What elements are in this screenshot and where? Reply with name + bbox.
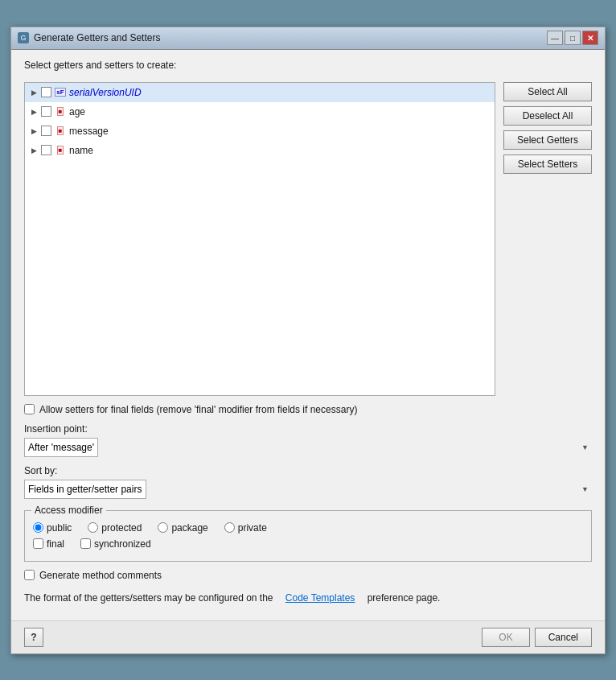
radio-private: private xyxy=(224,522,267,534)
deselect-all-button[interactable]: Deselect All xyxy=(503,106,592,126)
footer-text-after: preference page. xyxy=(368,592,441,604)
radio-protected: protected xyxy=(88,522,142,534)
generate-comments-checkbox[interactable] xyxy=(24,570,35,580)
allow-setters-checkbox[interactable] xyxy=(24,404,35,414)
dialog-icon: G xyxy=(18,32,29,43)
code-templates-link[interactable]: Code Templates xyxy=(285,592,355,604)
tree-label-name: name xyxy=(69,145,93,156)
tree-checkbox-serialVersionUID[interactable] xyxy=(41,87,51,97)
radio-private-label: private xyxy=(238,522,267,534)
generate-getters-setters-dialog: G Generate Getters and Setters — □ ✕ Sel… xyxy=(10,27,606,654)
access-modifier-label: Access modifier xyxy=(31,505,106,516)
tree-arrow-serialVersionUID: ▶ xyxy=(28,87,39,98)
tree-item-message[interactable]: ▶ ■ message xyxy=(25,122,495,141)
maximize-button[interactable]: □ xyxy=(565,31,581,45)
tree-panel: ▶ sF serialVersionUID ▶ ■ age xyxy=(24,82,495,396)
select-setters-button[interactable]: Select Setters xyxy=(503,155,592,174)
select-getters-button[interactable]: Select Getters xyxy=(503,130,592,150)
tree-icon-age: ■ xyxy=(55,106,66,117)
generate-comments-label: Generate method comments xyxy=(39,570,162,581)
sort-by-section: Sort by: Fields in getter/setter pairs xyxy=(24,465,592,499)
minimize-button[interactable]: — xyxy=(547,31,563,45)
radio-protected-label: protected xyxy=(101,522,142,534)
synchronized-label: synchronized xyxy=(94,538,151,550)
radio-package: package xyxy=(158,522,207,534)
tree-item-serialVersionUID[interactable]: ▶ sF serialVersionUID xyxy=(25,83,495,102)
tree-icon-serialVersionUID: sF xyxy=(55,87,66,98)
dialog-body: Select getters and setters to create: ▶ … xyxy=(11,50,605,620)
close-button[interactable]: ✕ xyxy=(582,31,598,45)
radio-public-input[interactable] xyxy=(33,522,43,533)
radio-row-main: public protected package private xyxy=(33,522,583,534)
radio-package-label: package xyxy=(171,522,207,534)
final-checkbox[interactable] xyxy=(33,538,43,549)
insertion-point-dropdown-wrapper: After 'message' xyxy=(24,438,592,457)
tree-checkbox-message[interactable] xyxy=(41,126,51,136)
tree-arrow-age: ▶ xyxy=(28,106,39,117)
tree-arrow-message: ▶ xyxy=(28,126,39,137)
buttons-panel: Select All Deselect All Select Getters S… xyxy=(503,82,592,174)
dialog-title: Generate Getters and Setters xyxy=(34,32,160,43)
radio-package-input[interactable] xyxy=(158,522,168,533)
allow-setters-row: Allow setters for final fields (remove '… xyxy=(24,404,592,415)
help-button[interactable]: ? xyxy=(24,628,43,647)
tree-label-message: message xyxy=(69,126,109,137)
radio-public: public xyxy=(33,522,72,534)
final-label: final xyxy=(47,538,64,550)
tree-checkbox-name[interactable] xyxy=(41,145,51,155)
footer-text-row: The format of the getters/setters may be… xyxy=(24,592,592,604)
ok-button[interactable]: OK xyxy=(482,628,529,647)
tree-icon-name: ■ xyxy=(55,145,66,156)
radio-protected-input[interactable] xyxy=(88,522,98,533)
dialog-footer: ? OK Cancel xyxy=(11,620,605,653)
access-modifier-group: Access modifier public protected package… xyxy=(24,510,592,562)
tree-item-age[interactable]: ▶ ■ age xyxy=(25,102,495,122)
tree-item-name[interactable]: ▶ ■ name xyxy=(25,141,495,160)
tree-checkbox-age[interactable] xyxy=(41,106,51,117)
sort-by-dropdown[interactable]: Fields in getter/setter pairs xyxy=(24,480,146,499)
cancel-button[interactable]: Cancel xyxy=(535,628,592,647)
tree-arrow-name: ▶ xyxy=(28,145,39,156)
tree-label-serialVersionUID: serialVersionUID xyxy=(69,87,142,98)
insertion-point-label: Insertion point: xyxy=(24,423,592,435)
checkbox-row-modifiers: final synchronized xyxy=(33,538,583,550)
sort-by-label: Sort by: xyxy=(24,465,592,476)
generate-comments-row: Generate method comments xyxy=(24,570,592,581)
footer-buttons: OK Cancel xyxy=(482,628,592,647)
checkbox-synchronized-item: synchronized xyxy=(80,538,151,550)
radio-public-label: public xyxy=(47,522,72,534)
dialog-subtitle: Select getters and setters to create: xyxy=(24,60,592,71)
insertion-point-section: Insertion point: After 'message' xyxy=(24,423,592,457)
title-buttons: — □ ✕ xyxy=(547,31,598,45)
checkbox-final-item: final xyxy=(33,538,64,550)
footer-text-before: The format of the getters/setters may be… xyxy=(24,592,273,604)
synchronized-checkbox[interactable] xyxy=(80,538,91,549)
tree-label-age: age xyxy=(69,106,85,117)
sort-by-dropdown-wrapper: Fields in getter/setter pairs xyxy=(24,480,592,499)
select-all-button[interactable]: Select All xyxy=(503,82,592,101)
title-bar-left: G Generate Getters and Setters xyxy=(18,32,160,43)
radio-private-input[interactable] xyxy=(224,522,235,533)
insertion-point-dropdown[interactable]: After 'message' xyxy=(24,438,98,457)
main-area: ▶ sF serialVersionUID ▶ ■ age xyxy=(24,82,592,396)
tree-icon-message: ■ xyxy=(55,126,66,137)
title-bar: G Generate Getters and Setters — □ ✕ xyxy=(11,27,605,50)
allow-setters-label: Allow setters for final fields (remove '… xyxy=(39,404,357,415)
